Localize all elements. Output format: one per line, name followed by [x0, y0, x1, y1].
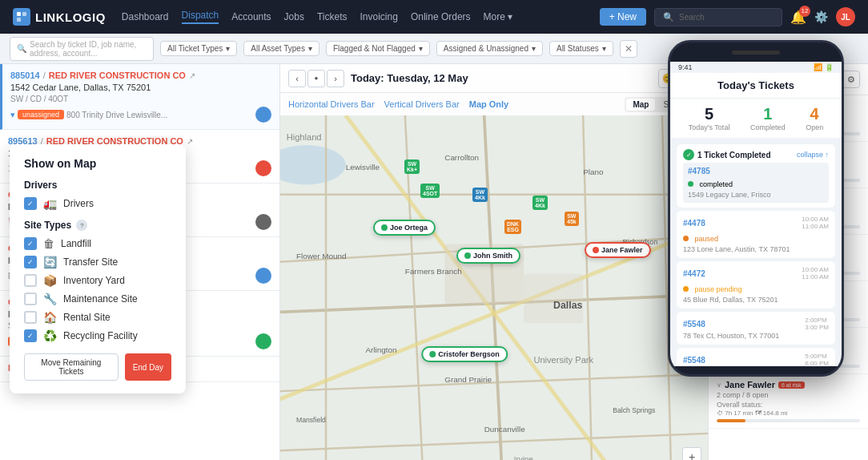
nav-dashboard[interactable]: Dashboard: [122, 11, 169, 22]
rental-site-toggle: 🏠 Rental Site: [24, 311, 171, 324]
clear-filters-button[interactable]: ✕: [620, 40, 637, 58]
landfill-checkbox[interactable]: ✓: [24, 237, 37, 250]
map-marker-sw5[interactable]: SW45k: [565, 212, 579, 226]
horizontal-drivers-bar-link[interactable]: Horizontal Drivers Bar: [288, 99, 375, 109]
map-view-map[interactable]: Map: [626, 99, 655, 111]
map-nav-buttons: ‹ ● ›: [288, 70, 344, 87]
svg-rect-18: [524, 274, 583, 324]
driver-status-bar: [717, 419, 860, 422]
logo: LINKLOGIQ: [13, 8, 106, 26]
phone-ticket-normal-1: #5548 2:00PM3:00 PM 78 Tex Ct, Houston, …: [677, 312, 835, 345]
asset-type-filter[interactable]: All Asset Types ▾: [243, 41, 319, 56]
show-on-map-panel: Show on Map Drivers ✓ 🚛 Drivers Site Typ…: [10, 144, 186, 393]
ticket-types: SW / CD / 40OT: [10, 95, 271, 103]
notification-bell[interactable]: 🔔 12: [790, 10, 806, 25]
svg-text:Plano: Plano: [583, 167, 604, 176]
phone-mockup: 9:41 📶 🔋 Today's Tickets 5 Today's Total…: [668, 40, 844, 377]
transfer-site-checkbox[interactable]: ✓: [24, 256, 37, 268]
nav-invoicing[interactable]: Invoicing: [360, 11, 398, 22]
zoom-in-button[interactable]: +: [682, 447, 701, 460]
driver-marker-jane-fawler[interactable]: Jane Fawler: [585, 242, 651, 258]
map-marker-sw2[interactable]: SW4SOT: [420, 184, 440, 198]
phone-status-bar: 9:41 📶 🔋: [670, 62, 842, 73]
map-container: ‹ ● › Today: Tuesday, 12 May 😊 ? Horizon…: [280, 64, 708, 460]
svg-text:Irvine: Irvine: [514, 454, 534, 460]
driver-avatar: [255, 160, 271, 176]
map-date: Today: Tuesday, 12 May: [351, 72, 468, 84]
recycling-facility-toggle: ✓ ♻️ Recycling Facility: [24, 329, 171, 342]
phone-content: Today's Tickets 5 Today's Total 1 Comple…: [670, 73, 842, 366]
show-on-map-title: Show on Map: [24, 157, 171, 170]
rental-site-checkbox[interactable]: [24, 311, 37, 324]
maintenance-site-label: Maintenance Site: [63, 293, 138, 305]
inventory-yard-toggle: 📦 Inventory Yard: [24, 274, 171, 287]
phone-ticket-paused: #4478 10:00 AM11:00 AM paused 123 Lone L…: [677, 211, 835, 258]
status-dot: [683, 236, 689, 241]
user-avatar[interactable]: JL: [836, 7, 855, 26]
nav-jobs[interactable]: Jobs: [284, 11, 304, 22]
settings-drivers-button[interactable]: ⚙: [842, 71, 860, 88]
svg-text:Arlington: Arlington: [365, 345, 396, 354]
driver-item[interactable]: ∨ Jane Fawler 6 at risk 2 comp / 8 open …: [709, 374, 868, 429]
ticket-type-filter[interactable]: All Ticket Types ▾: [160, 41, 237, 56]
nav-dispatch[interactable]: Dispatch: [182, 10, 219, 24]
new-button[interactable]: + New: [600, 8, 646, 26]
unassigned-badge: unassigned: [18, 110, 64, 119]
nav-accounts[interactable]: Accounts: [231, 11, 271, 22]
drivers-checkbox[interactable]: ✓: [24, 197, 37, 210]
maintenance-site-checkbox[interactable]: [24, 293, 37, 305]
map-prev-button[interactable]: ‹: [288, 70, 306, 87]
nav-right: + New 🔍 Search 🔔 12 ⚙️ JL: [600, 7, 855, 26]
collapse-button[interactable]: collapse ↑: [797, 151, 829, 159]
svg-rect-1: [22, 12, 26, 16]
ticket-address: 1542 Cedar Lane, Dallas, TX 75201: [10, 83, 271, 92]
svg-text:Highland: Highland: [287, 132, 322, 142]
landfill-icon: 🗑: [43, 237, 54, 250]
map-marker-dnk[interactable]: DNKESG: [504, 220, 521, 234]
transfer-site-icon: 🔄: [43, 256, 57, 268]
ticket-number: 885014: [10, 71, 40, 80]
map-marker-sw3[interactable]: SW4Kk: [472, 188, 488, 202]
ticket-search-input[interactable]: 🔍 Search by ticket ID, job name, address…: [10, 37, 154, 61]
recycling-icon: ♻️: [43, 329, 57, 342]
help-icon[interactable]: ?: [76, 220, 87, 231]
map-today-button[interactable]: ●: [307, 70, 325, 87]
map-marker-sw4[interactable]: SW4Kk: [532, 196, 548, 210]
nav-tickets[interactable]: Tickets: [317, 11, 348, 22]
drivers-section: Drivers ✓ 🚛 Drivers: [24, 180, 171, 210]
ticket-item[interactable]: 885014 / RED RIVER CONSTRUCTION CO ↗ 154…: [0, 64, 279, 130]
maintenance-site-toggle: 🔧 Maintenance Site: [24, 293, 171, 305]
phone-header: Today's Tickets: [670, 73, 842, 99]
svg-text:Grand Prairie: Grand Prairie: [444, 375, 492, 384]
logo-icon: [13, 8, 30, 26]
nav-items: Dashboard Dispatch Accounts Jobs Tickets…: [122, 10, 584, 24]
nav-online-orders[interactable]: Online Orders: [411, 11, 471, 22]
driver-avatar: [255, 107, 271, 123]
map-only-link[interactable]: Map Only: [469, 99, 509, 109]
svg-text:Flower Mound: Flower Mound: [296, 252, 347, 260]
external-link-icon: ↗: [187, 137, 193, 146]
recycling-facility-checkbox[interactable]: ✓: [24, 329, 37, 342]
svg-text:Mansfield: Mansfield: [296, 416, 326, 424]
phone-notch: [670, 42, 842, 62]
status-filter[interactable]: All Statuses ▾: [549, 41, 613, 56]
inventory-yard-checkbox[interactable]: [24, 274, 37, 287]
nav-search[interactable]: 🔍 Search: [654, 8, 782, 26]
rental-site-icon: 🏠: [43, 311, 57, 324]
expand-icon[interactable]: ▾: [10, 110, 15, 120]
at-risk-badge: 6 at risk: [778, 381, 805, 389]
driver-name: Jane Fawler: [725, 380, 775, 389]
completed-ticket-detail: #4785 completed 1549 Legacy Lane, Frisco: [683, 163, 829, 203]
flagged-filter[interactable]: Flagged & Not Flagged ▾: [326, 41, 430, 56]
settings-icon[interactable]: ⚙️: [814, 10, 828, 23]
map-marker-sw1[interactable]: SWKk+: [404, 159, 420, 174]
svg-rect-0: [17, 12, 21, 16]
move-remaining-tickets-button[interactable]: Move Remaining Tickets: [24, 353, 119, 381]
nav-more[interactable]: More ▾: [484, 11, 512, 22]
end-day-button[interactable]: End Day: [125, 353, 171, 381]
svg-text:University Park: University Park: [533, 355, 593, 365]
assigned-filter[interactable]: Assigned & Unassigned ▾: [436, 41, 543, 56]
map-next-button[interactable]: ›: [327, 70, 344, 87]
driver-stats: 2 comp / 8 open: [717, 391, 860, 399]
vertical-drivers-bar-link[interactable]: Vertical Drivers Bar: [384, 99, 460, 109]
